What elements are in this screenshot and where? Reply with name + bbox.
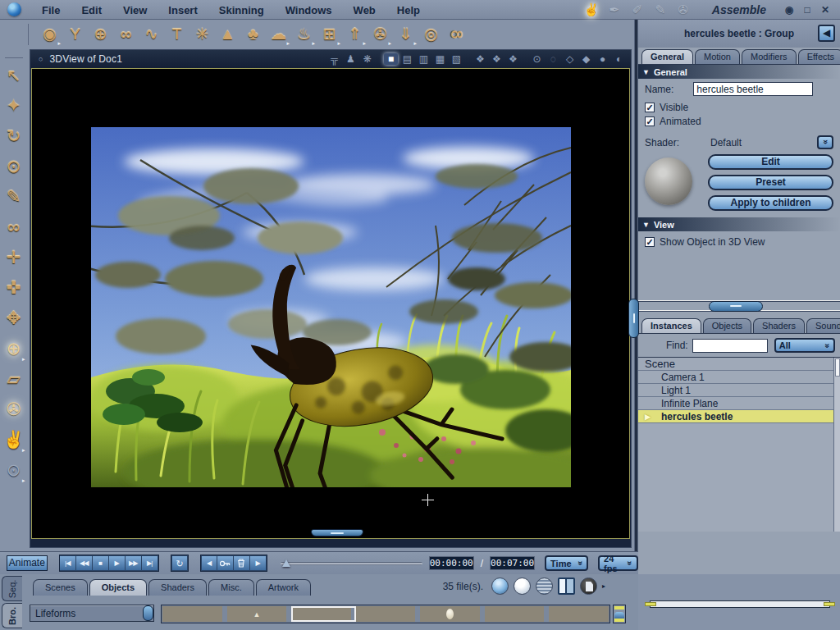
insert-particles-icon[interactable]: ✳ (189, 23, 215, 46)
horizontal-scroll-track[interactable] (650, 600, 830, 608)
instances-tab[interactable]: Instances (641, 318, 701, 333)
show-object-checkbox[interactable]: ✓ (645, 237, 655, 247)
app-logo-icon[interactable] (7, 2, 21, 16)
assemble-hand-icon[interactable]: ✌ (582, 2, 600, 17)
thumbnail-slot[interactable] (291, 606, 356, 622)
viewport-titlebar[interactable]: ○ 3DView of Doc1 ╦♟❋■▤▥▦▧❖❖❖⊙◌◇◆●◐ (30, 50, 631, 68)
list-view-icon[interactable] (536, 578, 553, 595)
panel-resize-handle[interactable] (628, 299, 639, 338)
browser-tab[interactable]: Misc. (208, 579, 254, 596)
properties-tab[interactable]: Effects (798, 49, 840, 64)
shader-action-button[interactable]: Apply to children (708, 195, 833, 211)
insert-spline-object-icon[interactable]: ∿ (139, 23, 164, 46)
rotate-ring-icon[interactable]: ✥ (2, 304, 26, 335)
thumbnail-slot[interactable] (356, 606, 421, 622)
layout-three-pane-icon[interactable]: ▥ (417, 53, 431, 65)
insert-scene-icon[interactable]: ⊞ ▸ (317, 23, 342, 46)
shaded-sphere-icon[interactable]: ◐ (612, 53, 626, 65)
browser-tray-tab[interactable]: Bro. (2, 603, 22, 628)
properties-tab[interactable]: General (641, 49, 693, 64)
next-keyframe-button[interactable]: ▶ (250, 555, 267, 571)
total-time-field[interactable]: 00:07:00 (490, 556, 535, 570)
universal-manipulator-icon[interactable]: ⊕ ▸ (2, 335, 26, 365)
stop-button[interactable]: ■ (93, 555, 109, 571)
scene-list-item[interactable]: ▶ hercules beetle (638, 410, 840, 423)
antenna-icon[interactable]: ❋ (360, 53, 374, 65)
insert-sphere-icon[interactable]: ⊕ (88, 23, 113, 46)
go-end-button[interactable]: ▶| (142, 555, 158, 571)
menu-item[interactable]: Windows (275, 2, 343, 19)
preview-sphere-view-icon[interactable] (491, 578, 509, 595)
shield-lit-icon[interactable]: ❖ (490, 53, 504, 65)
shader-preview-sphere[interactable] (645, 158, 692, 205)
thumbnail-slot[interactable] (549, 606, 609, 622)
browser-tab[interactable]: Shaders (148, 579, 207, 596)
layout-l-pane-icon[interactable]: ▧ (450, 53, 463, 65)
play-button[interactable]: ▶ (109, 555, 126, 571)
loop-button[interactable]: ↻ (171, 555, 188, 571)
previous-keyframe-button[interactable]: ◀ (201, 555, 217, 571)
thumbnail-slot[interactable] (420, 606, 485, 622)
flat-sphere-view-icon[interactable] (514, 578, 531, 595)
menu-item[interactable]: Help (386, 2, 431, 19)
pane-view-icon[interactable] (558, 578, 575, 595)
fast-forward-button[interactable]: ▶▶ (126, 555, 142, 571)
render-film-icon[interactable]: ✇ (674, 2, 692, 17)
insert-terrain-icon[interactable]: ▲ (215, 23, 240, 46)
find-input[interactable] (692, 339, 768, 353)
flat-sphere-icon[interactable]: ● (596, 53, 609, 65)
insert-metaball-icon[interactable]: ∞ (113, 23, 139, 46)
current-time-field[interactable]: 00:00:00 (429, 556, 474, 570)
scene-list-item[interactable]: Scene (638, 358, 840, 371)
menu-item[interactable]: Skinning (208, 2, 275, 19)
insert-light-icon[interactable]: ⇓ ▸ (393, 23, 418, 46)
splitter-drag-handle[interactable] (709, 301, 763, 312)
browser-tab[interactable]: Objects (89, 579, 147, 596)
delete-keyframe-trash-button[interactable] (234, 555, 250, 571)
time-mode-dropdown[interactable]: Time » (545, 555, 588, 571)
back-button[interactable]: ◀ (818, 25, 835, 42)
model-wrench-icon[interactable]: ✒ (605, 2, 623, 17)
solid-box-icon[interactable]: ◆ (579, 53, 593, 65)
rotate-tool-icon[interactable]: ↻ (2, 122, 26, 153)
properties-tab[interactable]: Modifiers (742, 49, 797, 64)
rewind-button[interactable]: ◀◀ (76, 555, 93, 571)
fps-dropdown[interactable]: 24 fps » (598, 555, 638, 571)
insert-target-icon[interactable]: ◎ (418, 23, 444, 46)
storyboard-pen-icon[interactable]: ✐ (628, 2, 646, 17)
menu-item[interactable]: Web (343, 2, 386, 19)
translate-xy-icon[interactable]: ✛ (2, 244, 26, 274)
viewport-canvas[interactable] (31, 68, 630, 539)
browser-tab[interactable]: Artwork (256, 579, 311, 596)
insert-vertex-object-icon[interactable]: Y (62, 23, 88, 46)
shader-action-button[interactable]: Edit (708, 154, 833, 170)
eye-icon[interactable]: ◉ (783, 4, 796, 16)
maximize-icon[interactable]: □ (801, 4, 814, 16)
insert-fire-icon[interactable]: ♨ ▸ (291, 23, 317, 46)
collapse-button[interactable]: ○ (39, 55, 43, 63)
find-filter-dropdown[interactable]: All » (774, 338, 835, 353)
sequencer-tray-tab[interactable]: Seq. (2, 576, 22, 601)
add-keyframe-button[interactable] (217, 555, 234, 571)
close-icon[interactable]: ✕ (819, 4, 832, 16)
animated-checkbox[interactable]: ✓ (645, 116, 655, 126)
orbit-view-icon[interactable]: ⊙ (530, 53, 544, 65)
view-section-header[interactable]: ▼ View (638, 217, 840, 231)
insert-bone-icon[interactable]: 8 (444, 23, 469, 46)
shield-wire-icon[interactable]: ❖ (473, 53, 487, 65)
insert-camera-icon[interactable]: ✇ ▸ (368, 23, 393, 46)
insert-plant-icon[interactable]: ♣ (240, 23, 266, 46)
wireframe-box-icon[interactable]: ◇ (563, 53, 577, 65)
scene-list-item[interactable]: Light 1 (638, 384, 840, 397)
animate-toggle-button[interactable]: Animate (7, 555, 48, 571)
render-camera-icon[interactable]: ✇ (2, 395, 26, 426)
menu-item[interactable]: File (31, 2, 71, 19)
eyedropper-tool-icon[interactable]: ✎ (2, 183, 26, 213)
working-box-icon[interactable]: ▱ (2, 365, 26, 395)
shader-action-button[interactable]: Preset (708, 175, 833, 190)
general-section-header[interactable]: ▼ General (638, 65, 840, 79)
menu-item[interactable]: View (112, 2, 158, 19)
select-tool-icon[interactable]: ↖ (2, 62, 26, 92)
insert-grid-dome-icon[interactable]: ◉ ▸ (37, 23, 62, 46)
pan-hand-icon[interactable]: ✌ ▸ (2, 426, 26, 456)
